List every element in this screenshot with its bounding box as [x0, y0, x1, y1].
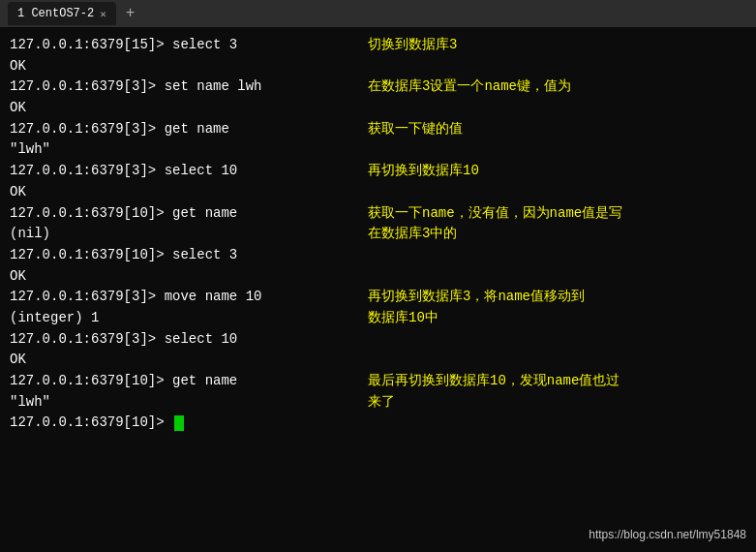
terminal-line: "lwh" 来了 [10, 392, 746, 414]
comment: 最后再切换到数据库10，发现name值也过 [368, 371, 620, 392]
terminal-line: (nil) 在数据库3中的 [10, 224, 746, 245]
command: select 10 [165, 331, 238, 347]
prompt: 127.0.0.1:6379[3]> [10, 331, 165, 347]
comment: 切换到数据库3 [368, 35, 457, 56]
command: set name lwh [165, 78, 262, 94]
terminal-line: 127.0.0.1:6379[3]> select 10 再切换到数据库10 [10, 161, 746, 182]
comment: 在数据库3中的 [368, 224, 457, 245]
comment: 在数据库3设置一个name键，值为 [368, 77, 571, 98]
command: select 10 [165, 163, 238, 178]
terminal-line: OK [10, 56, 746, 77]
cursor-block [174, 415, 184, 431]
terminal-line: 127.0.0.1:6379[10]> select 3 [10, 245, 746, 266]
result: OK [10, 58, 26, 74]
result: "lwh" [10, 141, 50, 157]
comment: 数据库10中 [368, 308, 438, 329]
terminal-line: OK [10, 350, 746, 371]
result: OK [10, 184, 26, 199]
command: move name 10 [165, 289, 262, 304]
comment: 获取一下name，没有值，因为name值是写 [368, 203, 622, 225]
prompt: 127.0.0.1:6379[10]> [10, 373, 172, 388]
command: get name [165, 121, 229, 137]
prompt: 127.0.0.1:6379[3]> [10, 289, 165, 304]
prompt: 127.0.0.1:6379[15]> [10, 37, 172, 52]
result: OK [10, 100, 26, 115]
prompt: 127.0.0.1:6379[10]> [10, 205, 172, 221]
terminal-line: 127.0.0.1:6379[3]> move name 10 再切换到数据库3… [10, 287, 746, 308]
terminal-line: 127.0.0.1:6379[3]> set name lwh 在数据库3设置一… [10, 77, 746, 98]
terminal: 127.0.0.1:6379[15]> select 3 切换到数据库3 OK … [0, 27, 756, 552]
prompt: 127.0.0.1:6379[10]> [10, 247, 172, 262]
result: (nil) [10, 226, 50, 241]
result: (integer) 1 [10, 310, 99, 325]
terminal-line: OK [10, 182, 746, 203]
result: "lwh" [10, 394, 50, 410]
tab-label: 1 CentOS7-2 [17, 7, 94, 20]
watermark: https://blog.csdn.net/lmy51848 [589, 526, 746, 544]
terminal-line: 127.0.0.1:6379[10]> get name 最后再切换到数据库10… [10, 371, 746, 392]
prompt: 127.0.0.1:6379[10]> [10, 414, 172, 430]
comment: 来了 [368, 392, 395, 414]
command: select 3 [172, 247, 237, 262]
tab-add-button[interactable]: + [120, 5, 141, 22]
command: get name [172, 373, 237, 388]
tab[interactable]: 1 CentOS7-2 ✕ [8, 2, 116, 25]
terminal-line: 127.0.0.1:6379[15]> select 3 切换到数据库3 [10, 35, 746, 56]
terminal-line: 127.0.0.1:6379[3]> select 10 [10, 329, 746, 351]
title-bar: 1 CentOS7-2 ✕ + [0, 0, 756, 27]
terminal-line: (integer) 1 数据库10中 [10, 308, 746, 329]
terminal-line: "lwh" [10, 139, 746, 161]
terminal-line: 127.0.0.1:6379[3]> get name 获取一下键的值 [10, 119, 746, 140]
command: get name [172, 205, 237, 221]
prompt: 127.0.0.1:6379[3]> [10, 78, 165, 94]
tab-close-icon[interactable]: ✕ [100, 8, 106, 20]
comment: 再切换到数据库3，将name值移动到 [368, 287, 585, 308]
comment: 获取一下键的值 [368, 119, 463, 140]
prompt: 127.0.0.1:6379[3]> [10, 121, 165, 137]
result: OK [10, 268, 26, 284]
comment: 再切换到数据库10 [368, 161, 479, 182]
terminal-line: 127.0.0.1:6379[10]> get name 获取一下name，没有… [10, 203, 746, 225]
terminal-line: OK [10, 98, 746, 119]
prompt: 127.0.0.1:6379[3]> [10, 163, 165, 178]
result: OK [10, 352, 26, 367]
terminal-line: 127.0.0.1:6379[10]> [10, 413, 746, 434]
terminal-line: OK [10, 266, 746, 288]
command: select 3 [172, 37, 237, 52]
